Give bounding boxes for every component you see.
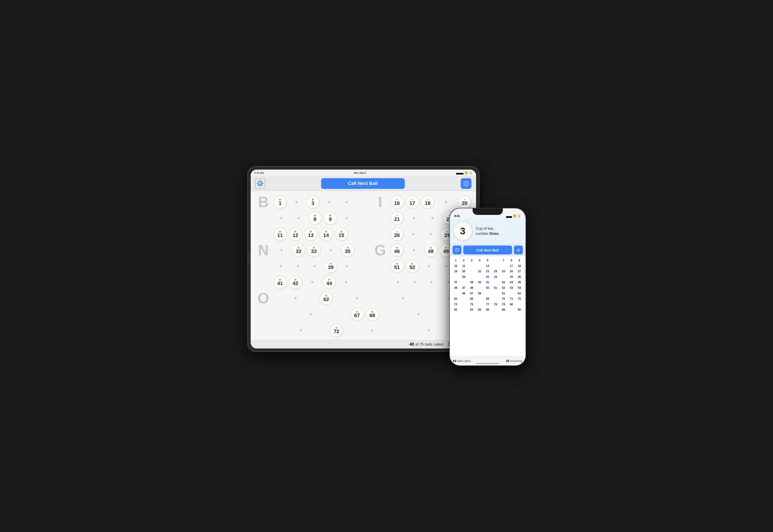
- iphone-grid-number: 35: [508, 275, 515, 280]
- ipad-screen: 9:41 AM Mon Sep 9 ▄▄▄▄ 📶 🔋 ⚙️ Call Next …: [251, 170, 476, 348]
- iphone-screen: 9:41 ▄▄▄ 📶 🔋 3 Cup of tea, number three.: [450, 208, 526, 365]
- iphone-grid-number: 40: [476, 280, 483, 285]
- n-row3-balls: N41 N42 N44: [273, 276, 355, 289]
- iphone-status-right: ▄▄▄ 📶 🔋: [506, 214, 521, 218]
- ball-b1: B1: [273, 195, 287, 209]
- iphone-grid-number: 66: [468, 296, 475, 302]
- iphone-notch: [473, 208, 503, 215]
- ball-i16: I16: [390, 195, 404, 209]
- iphone-grid-number: 32: [484, 275, 491, 280]
- ball-b9: B9: [324, 211, 337, 225]
- n-row1-balls: N32 N33 N35: [273, 243, 355, 257]
- o-row-2: O67 O68 O70: [255, 307, 471, 322]
- ipad-status-right: ▄▄▄▄ 📶 🔋: [456, 171, 472, 174]
- iphone-home-indicator: [476, 363, 499, 364]
- ball-g52: G52: [406, 259, 419, 273]
- b-row-3: B11 B12 B13 B14 B15 I I26 I29: [255, 227, 471, 242]
- dot: [345, 217, 348, 219]
- dot: [356, 297, 358, 299]
- dot: [299, 329, 302, 332]
- iphone-call-next-button[interactable]: Call Next Ball: [463, 246, 512, 254]
- iphone-grid-number: 3: [468, 258, 475, 263]
- dot: [297, 265, 299, 267]
- iphone-grid-number: 78: [492, 302, 499, 307]
- gear-button[interactable]: ⚙️: [255, 179, 265, 188]
- iphone-grid-number: ·: [500, 275, 507, 280]
- dot: [431, 217, 434, 219]
- dot: [428, 329, 430, 332]
- ball-o68: O68: [366, 308, 379, 321]
- iphone-grid-number: 41: [484, 280, 491, 285]
- iphone-gear-button[interactable]: ⚙: [514, 246, 523, 254]
- iphone-grid-number: 53: [508, 286, 515, 291]
- dot: [295, 201, 298, 203]
- iphone-grid-number: 77: [484, 302, 491, 307]
- dot: [430, 233, 432, 235]
- iphone-grid-number: 8: [508, 258, 515, 263]
- ipad-bingo-board: B B1 B3 I I16 I17 I18: [251, 191, 476, 340]
- dot: [402, 297, 404, 299]
- iphone-grid-number: 7: [500, 258, 507, 263]
- iphone-grid-number: 11: [460, 264, 467, 269]
- iphone-grid-number: 27: [516, 269, 523, 274]
- iphone-grid-number: ·: [476, 275, 483, 280]
- iphone-time: 9:41: [454, 214, 460, 218]
- call-next-ball-button[interactable]: Call Next Ball: [321, 178, 405, 189]
- ball-o62: O62: [319, 292, 333, 305]
- iphone-grid-number: 29: [460, 275, 467, 280]
- n-row-2: N39 G G51 G52: [255, 259, 471, 274]
- iphone-grid-number: 33: [492, 275, 499, 280]
- i-letter: I: [372, 195, 388, 210]
- iphone-grid-number: 43: [500, 280, 507, 285]
- ipad-status-bottom: 40 of 75 balls called 35 remaining: [251, 340, 476, 348]
- b-section: B B1 B3 I I16 I17 I18: [255, 195, 471, 242]
- ipad-time: 9:41 AM: [254, 171, 264, 174]
- iphone-grid-number: ·: [460, 307, 467, 312]
- dot: [371, 329, 373, 332]
- ipad-date: Mon Sep 9: [354, 171, 366, 174]
- iphone-grid-number: 68: [484, 296, 491, 302]
- ball-o72: O72: [330, 324, 343, 337]
- iphone-grid-number: ·: [492, 291, 499, 296]
- iphone-timer-button[interactable]: [453, 246, 461, 254]
- iphone-grid-number: 79: [500, 302, 507, 307]
- iphone-grid-number: ·: [500, 264, 507, 269]
- iphone-number-grid: 12345·7891011··14··17181920·222324252627…: [452, 258, 523, 312]
- dot: [330, 249, 332, 251]
- ball-i26: I26: [390, 227, 404, 241]
- iphone-grid-number: 88: [500, 307, 507, 312]
- iphone-grid-number: 22: [476, 269, 483, 274]
- iphone-grid-number: ·: [492, 258, 499, 263]
- iphone-grid-number: 26: [508, 269, 515, 274]
- dot: [346, 265, 348, 267]
- iphone-grid-number: 58: [476, 291, 483, 296]
- timer-button[interactable]: [461, 178, 471, 189]
- dot: [345, 281, 347, 283]
- iphone-signal-icon: ▄▄▄: [506, 214, 512, 218]
- iphone-grid-number: 45: [516, 280, 523, 285]
- i-row1-balls: I16 I17 I18 I20: [390, 195, 471, 209]
- iphone-grid-number: ·: [468, 269, 475, 274]
- ball-b8: B8: [308, 211, 322, 225]
- ball-o67: O67: [350, 308, 364, 321]
- iphone-grid-number: 82: [452, 307, 460, 312]
- ball-description-line2: number: [476, 232, 490, 236]
- iphone-grid-number: ·: [452, 275, 460, 280]
- iphone-wifi-icon: 📶: [513, 214, 516, 218]
- ball-n32: N32: [292, 243, 305, 257]
- o-section: O O62 O67: [255, 291, 471, 338]
- iphone-grid-number: 48: [468, 286, 475, 291]
- ball-b13: B13: [304, 227, 318, 241]
- dot: [397, 281, 399, 283]
- iphone-balls-called: 64 balls called: [453, 359, 471, 363]
- iphone-ball-display: 3 Cup of tea, number three.: [450, 219, 526, 244]
- ball-n35: N35: [341, 243, 355, 257]
- iphone-grid-number: 54: [516, 286, 523, 291]
- iphone-grid-number: 4: [476, 258, 483, 263]
- iphone-grid-number: 10: [452, 264, 460, 269]
- iphone-grid-number: ·: [460, 280, 467, 285]
- dot: [430, 281, 433, 283]
- o-row-1: O O62: [255, 291, 471, 306]
- g-letter: G: [372, 243, 388, 258]
- n-row-1: N N32 N33 N35 G G46 G: [255, 243, 471, 258]
